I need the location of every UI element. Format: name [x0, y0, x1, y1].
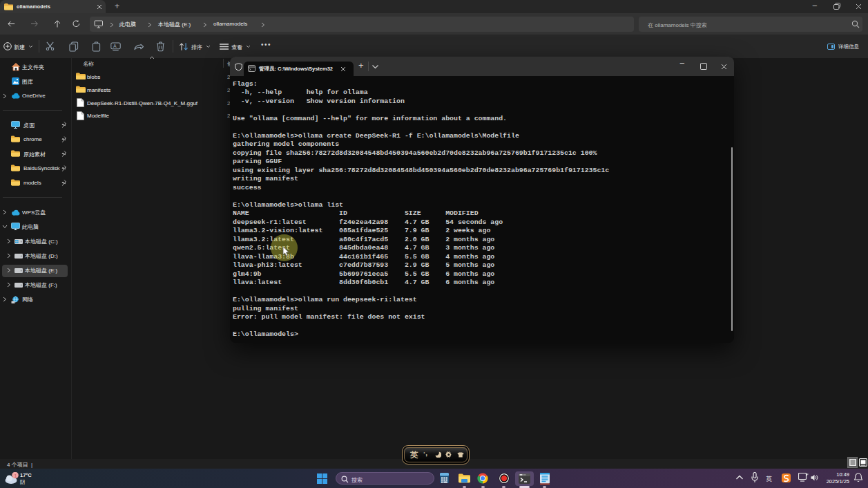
svg-text:1: 1 [14, 473, 17, 478]
svg-text:A: A [113, 43, 117, 48]
